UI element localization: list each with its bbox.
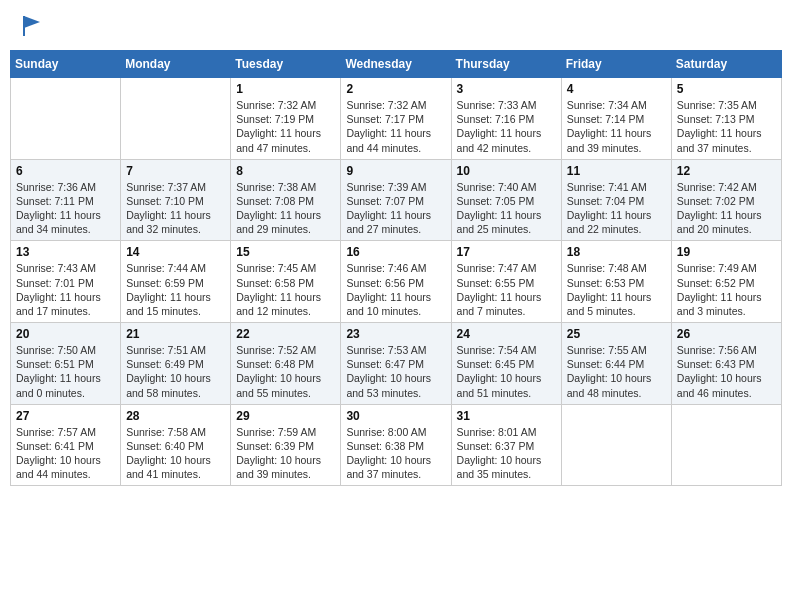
calendar-cell	[561, 404, 671, 486]
day-info: Sunrise: 7:33 AM Sunset: 7:16 PM Dayligh…	[457, 98, 556, 155]
day-info: Sunrise: 7:58 AM Sunset: 6:40 PM Dayligh…	[126, 425, 225, 482]
day-info: Sunrise: 7:49 AM Sunset: 6:52 PM Dayligh…	[677, 261, 776, 318]
day-info: Sunrise: 7:40 AM Sunset: 7:05 PM Dayligh…	[457, 180, 556, 237]
calendar-cell: 30Sunrise: 8:00 AM Sunset: 6:38 PM Dayli…	[341, 404, 451, 486]
day-info: Sunrise: 7:41 AM Sunset: 7:04 PM Dayligh…	[567, 180, 666, 237]
svg-marker-0	[24, 16, 40, 28]
calendar-cell: 18Sunrise: 7:48 AM Sunset: 6:53 PM Dayli…	[561, 241, 671, 323]
day-number: 18	[567, 245, 666, 259]
day-number: 8	[236, 164, 335, 178]
calendar-week-row: 27Sunrise: 7:57 AM Sunset: 6:41 PM Dayli…	[11, 404, 782, 486]
calendar-cell: 26Sunrise: 7:56 AM Sunset: 6:43 PM Dayli…	[671, 323, 781, 405]
weekday-header-monday: Monday	[121, 51, 231, 78]
calendar-cell: 6Sunrise: 7:36 AM Sunset: 7:11 PM Daylig…	[11, 159, 121, 241]
day-info: Sunrise: 7:44 AM Sunset: 6:59 PM Dayligh…	[126, 261, 225, 318]
day-info: Sunrise: 7:38 AM Sunset: 7:08 PM Dayligh…	[236, 180, 335, 237]
day-number: 21	[126, 327, 225, 341]
day-number: 3	[457, 82, 556, 96]
calendar-header-row: SundayMondayTuesdayWednesdayThursdayFrid…	[11, 51, 782, 78]
day-info: Sunrise: 7:34 AM Sunset: 7:14 PM Dayligh…	[567, 98, 666, 155]
day-number: 17	[457, 245, 556, 259]
calendar-cell: 5Sunrise: 7:35 AM Sunset: 7:13 PM Daylig…	[671, 78, 781, 160]
calendar-cell: 11Sunrise: 7:41 AM Sunset: 7:04 PM Dayli…	[561, 159, 671, 241]
day-number: 10	[457, 164, 556, 178]
day-info: Sunrise: 7:45 AM Sunset: 6:58 PM Dayligh…	[236, 261, 335, 318]
calendar-cell: 12Sunrise: 7:42 AM Sunset: 7:02 PM Dayli…	[671, 159, 781, 241]
calendar-table: SundayMondayTuesdayWednesdayThursdayFrid…	[10, 50, 782, 486]
day-number: 15	[236, 245, 335, 259]
day-info: Sunrise: 7:56 AM Sunset: 6:43 PM Dayligh…	[677, 343, 776, 400]
calendar-cell: 8Sunrise: 7:38 AM Sunset: 7:08 PM Daylig…	[231, 159, 341, 241]
day-number: 30	[346, 409, 445, 423]
day-info: Sunrise: 7:57 AM Sunset: 6:41 PM Dayligh…	[16, 425, 115, 482]
calendar-cell: 31Sunrise: 8:01 AM Sunset: 6:37 PM Dayli…	[451, 404, 561, 486]
day-number: 26	[677, 327, 776, 341]
weekday-header-saturday: Saturday	[671, 51, 781, 78]
day-number: 24	[457, 327, 556, 341]
day-info: Sunrise: 7:37 AM Sunset: 7:10 PM Dayligh…	[126, 180, 225, 237]
calendar-cell: 15Sunrise: 7:45 AM Sunset: 6:58 PM Dayli…	[231, 241, 341, 323]
calendar-cell: 21Sunrise: 7:51 AM Sunset: 6:49 PM Dayli…	[121, 323, 231, 405]
calendar-cell: 1Sunrise: 7:32 AM Sunset: 7:19 PM Daylig…	[231, 78, 341, 160]
weekday-header-sunday: Sunday	[11, 51, 121, 78]
day-number: 22	[236, 327, 335, 341]
day-info: Sunrise: 7:52 AM Sunset: 6:48 PM Dayligh…	[236, 343, 335, 400]
day-info: Sunrise: 7:39 AM Sunset: 7:07 PM Dayligh…	[346, 180, 445, 237]
day-number: 16	[346, 245, 445, 259]
weekday-header-friday: Friday	[561, 51, 671, 78]
calendar-cell: 13Sunrise: 7:43 AM Sunset: 7:01 PM Dayli…	[11, 241, 121, 323]
calendar-week-row: 6Sunrise: 7:36 AM Sunset: 7:11 PM Daylig…	[11, 159, 782, 241]
calendar-week-row: 1Sunrise: 7:32 AM Sunset: 7:19 PM Daylig…	[11, 78, 782, 160]
calendar-cell: 29Sunrise: 7:59 AM Sunset: 6:39 PM Dayli…	[231, 404, 341, 486]
day-number: 14	[126, 245, 225, 259]
logo	[16, 14, 44, 38]
weekday-header-wednesday: Wednesday	[341, 51, 451, 78]
day-number: 29	[236, 409, 335, 423]
day-info: Sunrise: 7:42 AM Sunset: 7:02 PM Dayligh…	[677, 180, 776, 237]
day-number: 4	[567, 82, 666, 96]
calendar-cell: 23Sunrise: 7:53 AM Sunset: 6:47 PM Dayli…	[341, 323, 451, 405]
day-number: 28	[126, 409, 225, 423]
day-info: Sunrise: 7:46 AM Sunset: 6:56 PM Dayligh…	[346, 261, 445, 318]
day-info: Sunrise: 7:53 AM Sunset: 6:47 PM Dayligh…	[346, 343, 445, 400]
day-info: Sunrise: 7:59 AM Sunset: 6:39 PM Dayligh…	[236, 425, 335, 482]
day-number: 12	[677, 164, 776, 178]
calendar-cell: 20Sunrise: 7:50 AM Sunset: 6:51 PM Dayli…	[11, 323, 121, 405]
calendar-cell: 7Sunrise: 7:37 AM Sunset: 7:10 PM Daylig…	[121, 159, 231, 241]
day-number: 9	[346, 164, 445, 178]
calendar-cell: 28Sunrise: 7:58 AM Sunset: 6:40 PM Dayli…	[121, 404, 231, 486]
calendar-cell: 14Sunrise: 7:44 AM Sunset: 6:59 PM Dayli…	[121, 241, 231, 323]
calendar-cell: 25Sunrise: 7:55 AM Sunset: 6:44 PM Dayli…	[561, 323, 671, 405]
day-number: 6	[16, 164, 115, 178]
calendar-week-row: 13Sunrise: 7:43 AM Sunset: 7:01 PM Dayli…	[11, 241, 782, 323]
day-number: 25	[567, 327, 666, 341]
day-number: 19	[677, 245, 776, 259]
day-info: Sunrise: 8:00 AM Sunset: 6:38 PM Dayligh…	[346, 425, 445, 482]
calendar-cell: 9Sunrise: 7:39 AM Sunset: 7:07 PM Daylig…	[341, 159, 451, 241]
day-number: 31	[457, 409, 556, 423]
day-number: 27	[16, 409, 115, 423]
day-info: Sunrise: 7:54 AM Sunset: 6:45 PM Dayligh…	[457, 343, 556, 400]
calendar-cell: 24Sunrise: 7:54 AM Sunset: 6:45 PM Dayli…	[451, 323, 561, 405]
day-info: Sunrise: 8:01 AM Sunset: 6:37 PM Dayligh…	[457, 425, 556, 482]
calendar-week-row: 20Sunrise: 7:50 AM Sunset: 6:51 PM Dayli…	[11, 323, 782, 405]
calendar-cell: 17Sunrise: 7:47 AM Sunset: 6:55 PM Dayli…	[451, 241, 561, 323]
day-number: 1	[236, 82, 335, 96]
day-number: 13	[16, 245, 115, 259]
calendar-cell: 3Sunrise: 7:33 AM Sunset: 7:16 PM Daylig…	[451, 78, 561, 160]
logo-flag-icon	[20, 14, 44, 38]
day-info: Sunrise: 7:47 AM Sunset: 6:55 PM Dayligh…	[457, 261, 556, 318]
day-number: 7	[126, 164, 225, 178]
day-info: Sunrise: 7:32 AM Sunset: 7:19 PM Dayligh…	[236, 98, 335, 155]
weekday-header-tuesday: Tuesday	[231, 51, 341, 78]
day-info: Sunrise: 7:48 AM Sunset: 6:53 PM Dayligh…	[567, 261, 666, 318]
page-header	[10, 10, 782, 42]
day-info: Sunrise: 7:50 AM Sunset: 6:51 PM Dayligh…	[16, 343, 115, 400]
day-number: 23	[346, 327, 445, 341]
day-info: Sunrise: 7:43 AM Sunset: 7:01 PM Dayligh…	[16, 261, 115, 318]
calendar-cell	[671, 404, 781, 486]
day-info: Sunrise: 7:35 AM Sunset: 7:13 PM Dayligh…	[677, 98, 776, 155]
day-info: Sunrise: 7:51 AM Sunset: 6:49 PM Dayligh…	[126, 343, 225, 400]
weekday-header-thursday: Thursday	[451, 51, 561, 78]
calendar-cell: 2Sunrise: 7:32 AM Sunset: 7:17 PM Daylig…	[341, 78, 451, 160]
